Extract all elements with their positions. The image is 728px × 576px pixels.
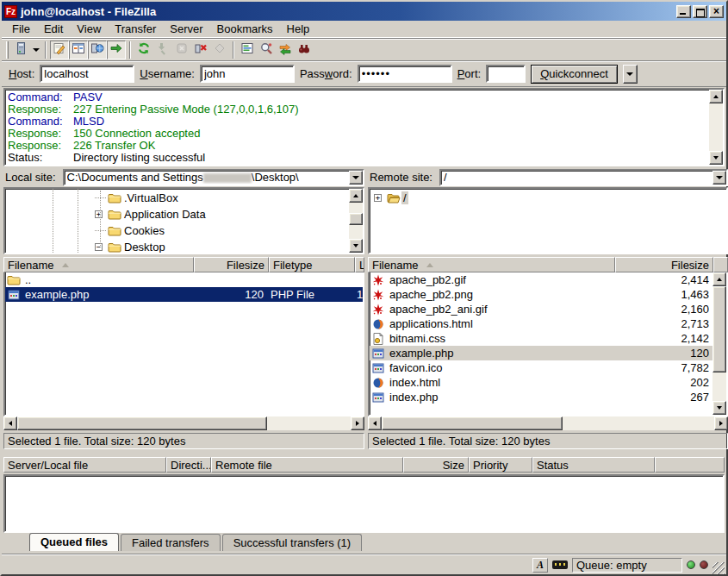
message-log-lines: Command:PASV Response:227 Entering Passi… bbox=[5, 90, 709, 165]
column-header-filesize[interactable]: Filesize bbox=[615, 257, 713, 272]
title-bar[interactable]: Fz john@localhost - FileZilla × bbox=[2, 2, 726, 21]
reconnect-button[interactable] bbox=[210, 41, 229, 59]
file-row-updir[interactable]: .. bbox=[5, 272, 363, 287]
column-header-priority[interactable]: Priority bbox=[469, 457, 532, 473]
scrollbar-thumb[interactable] bbox=[17, 416, 267, 430]
resize-grip[interactable] bbox=[712, 562, 725, 574]
local-tree-scrollbar[interactable] bbox=[349, 189, 363, 253]
file-row[interactable]: applications.html 2,713 bbox=[370, 316, 712, 331]
menu-help[interactable]: Help bbox=[280, 21, 317, 37]
toggle-remote-tree-button[interactable] bbox=[88, 41, 107, 59]
toggle-local-tree-button[interactable] bbox=[69, 41, 88, 59]
column-header-filesize[interactable]: Filesize bbox=[194, 257, 269, 272]
sync-browsing-icon bbox=[278, 41, 292, 58]
file-row[interactable]: apache_pb2_ani.gif 2,160 bbox=[370, 302, 712, 316]
scroll-up-button[interactable] bbox=[349, 189, 363, 203]
tree-item-root[interactable]: + / bbox=[370, 190, 726, 206]
file-row-example-php[interactable]: example.php 120 PHP File 1 bbox=[5, 287, 363, 302]
find-files-button[interactable] bbox=[295, 41, 314, 59]
menu-transfer[interactable]: Transfer bbox=[108, 21, 163, 37]
scroll-down-button[interactable] bbox=[709, 151, 723, 165]
scroll-down-button[interactable] bbox=[349, 239, 363, 253]
local-horizontal-scrollbar[interactable] bbox=[3, 416, 364, 430]
refresh-button[interactable] bbox=[134, 41, 153, 59]
local-path-combo[interactable]: C:\Documents and Settings\Desktop\ bbox=[63, 169, 364, 186]
minimize-button[interactable] bbox=[676, 5, 691, 18]
directory-filter-button[interactable] bbox=[238, 41, 257, 59]
scroll-left-button[interactable] bbox=[3, 416, 17, 430]
disconnect-button[interactable] bbox=[191, 41, 210, 59]
log-scrollbar[interactable] bbox=[709, 90, 723, 165]
remote-horizontal-scrollbar[interactable] bbox=[368, 416, 728, 430]
menu-view[interactable]: View bbox=[70, 21, 108, 37]
column-header-filename[interactable]: Filename bbox=[368, 257, 615, 272]
remote-list-scrollbar[interactable] bbox=[712, 272, 726, 415]
menu-edit[interactable]: Edit bbox=[37, 21, 70, 37]
queue-list-area[interactable] bbox=[3, 474, 725, 533]
scrollbar-thumb[interactable] bbox=[349, 213, 363, 225]
tree-item-application-data[interactable]: + Application Data bbox=[5, 206, 349, 222]
scroll-up-button[interactable] bbox=[709, 90, 723, 103]
host-input[interactable] bbox=[40, 65, 134, 83]
column-header-lastmodified[interactable]: L bbox=[355, 257, 364, 272]
ascii-datatype-icon[interactable]: A bbox=[532, 558, 548, 573]
chevron-down-icon bbox=[626, 72, 633, 76]
scroll-right-button[interactable] bbox=[714, 416, 728, 430]
close-button[interactable]: × bbox=[709, 5, 724, 18]
menu-bookmarks[interactable]: Bookmarks bbox=[210, 21, 280, 37]
menu-server[interactable]: Server bbox=[163, 21, 209, 37]
filezilla-window: Fz john@localhost - FileZilla × File Edi… bbox=[0, 0, 728, 576]
quickconnect-dropdown[interactable] bbox=[623, 65, 638, 84]
scroll-right-button[interactable] bbox=[351, 416, 364, 430]
expand-plus-icon[interactable]: + bbox=[374, 194, 382, 202]
scroll-left-button[interactable] bbox=[368, 416, 382, 430]
toggle-message-log-button[interactable] bbox=[50, 41, 69, 59]
expand-plus-icon[interactable]: + bbox=[95, 210, 103, 218]
file-row[interactable]: index.html 202 bbox=[370, 375, 712, 390]
speed-limits-icon[interactable] bbox=[552, 560, 568, 569]
tab-successful-transfers[interactable]: Successful transfers (1) bbox=[222, 534, 363, 551]
username-input[interactable] bbox=[200, 65, 295, 83]
toggle-transfer-queue-button[interactable] bbox=[107, 41, 126, 59]
file-row-selected[interactable]: example.php 120 bbox=[370, 346, 712, 360]
file-row[interactable]: apache_pb2.gif 2,414 bbox=[370, 272, 712, 287]
local-tree-pane: .VirtualBox + Application Data Cookies − bbox=[3, 187, 364, 254]
site-manager-button[interactable] bbox=[11, 41, 30, 59]
tab-failed-transfers[interactable]: Failed transfers bbox=[121, 534, 221, 551]
column-header-status[interactable]: Status bbox=[532, 457, 655, 473]
toolbar-grip[interactable] bbox=[6, 41, 9, 59]
column-header-filename[interactable]: Filename bbox=[3, 257, 194, 272]
tree-item-cookies[interactable]: Cookies bbox=[5, 222, 349, 239]
column-header-filetype[interactable]: Filetype bbox=[269, 257, 355, 272]
directory-comparison-button[interactable] bbox=[257, 41, 276, 59]
column-header-remote-file[interactable]: Remote file bbox=[211, 457, 403, 473]
menu-file[interactable]: File bbox=[5, 21, 37, 37]
cancel-operation-button[interactable] bbox=[172, 41, 191, 59]
remote-path-combo[interactable]: / bbox=[439, 169, 728, 186]
scrollbar-thumb[interactable] bbox=[712, 286, 726, 373]
tree-item-virtualbox[interactable]: .VirtualBox bbox=[5, 190, 349, 206]
remote-path-dropdown[interactable] bbox=[712, 171, 726, 185]
file-row[interactable]: apache_pb2.png 1,463 bbox=[370, 287, 712, 302]
port-input[interactable] bbox=[486, 65, 526, 83]
scroll-down-button[interactable] bbox=[712, 401, 726, 415]
password-input[interactable] bbox=[358, 65, 452, 83]
column-header-server-local-file[interactable]: Server/Local file bbox=[3, 457, 166, 473]
column-header-size[interactable]: Size bbox=[403, 457, 469, 473]
tree-item-desktop[interactable]: − Desktop bbox=[5, 239, 349, 253]
local-path-dropdown[interactable] bbox=[349, 171, 363, 185]
scroll-up-button[interactable] bbox=[712, 272, 726, 286]
column-header-direction[interactable]: Directi... bbox=[166, 457, 211, 473]
file-row[interactable]: favicon.ico 7,782 bbox=[370, 360, 712, 375]
synchronized-browsing-button[interactable] bbox=[276, 41, 295, 59]
site-manager-dropdown[interactable] bbox=[30, 41, 41, 59]
file-row[interactable]: bitnami.css 2,142 bbox=[370, 331, 712, 346]
maximize-button[interactable] bbox=[693, 5, 707, 18]
message-log: Command:PASV Response:227 Entering Passi… bbox=[3, 88, 725, 166]
file-row[interactable]: index.php 267 bbox=[370, 390, 712, 404]
process-queue-button[interactable] bbox=[153, 41, 172, 59]
scrollbar-thumb[interactable] bbox=[382, 416, 563, 430]
tab-queued-files[interactable]: Queued files bbox=[29, 533, 119, 551]
collapse-minus-icon[interactable]: − bbox=[95, 243, 103, 251]
quickconnect-button[interactable]: Quickconnect bbox=[531, 65, 618, 84]
